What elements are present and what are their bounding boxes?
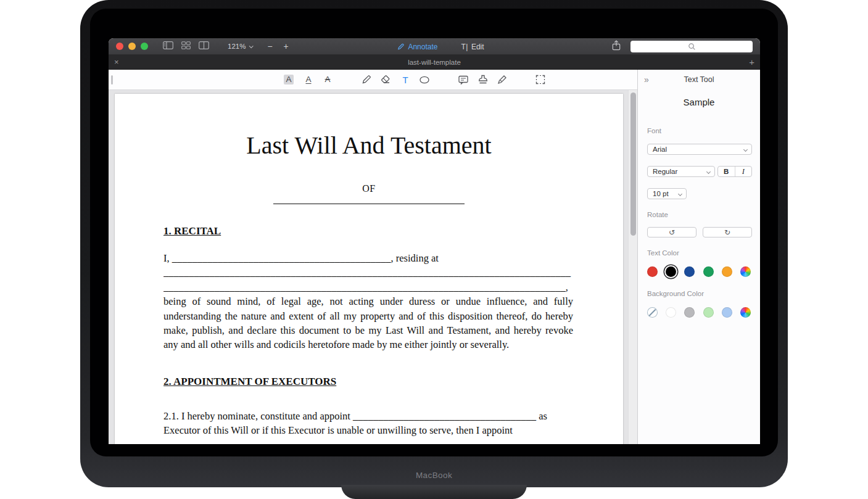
underline-tool-button[interactable]: A xyxy=(301,72,316,87)
eraser-icon xyxy=(379,73,392,86)
note-icon xyxy=(457,73,469,86)
rotate-cw-icon: ↻ xyxy=(724,229,730,236)
underline-icon: A xyxy=(305,75,311,84)
panel-drag-handle[interactable] xyxy=(111,75,113,85)
signature-tool-button[interactable] xyxy=(495,72,510,87)
recital-paragraph: I, _____________________________________… xyxy=(163,251,573,352)
zoom-in-button[interactable]: + xyxy=(284,41,289,51)
scene: 121% − + Annotate T| xyxy=(0,0,868,499)
fill-in-blank-line: ________________________________________… xyxy=(163,265,573,279)
shape-tool-button[interactable] xyxy=(417,72,432,87)
text-color-black-selected[interactable] xyxy=(666,266,676,277)
select-tool-button[interactable] xyxy=(533,72,548,87)
search-input[interactable] xyxy=(630,41,753,52)
bold-button[interactable]: B xyxy=(718,167,735,176)
edit-text-icon: T| xyxy=(461,43,468,51)
editor-column: A A A xyxy=(109,70,638,444)
view-toggle-group xyxy=(163,41,209,52)
rotate-cw-button[interactable]: ↻ xyxy=(703,227,752,237)
macbook-frame: 121% − + Annotate T| xyxy=(80,0,788,487)
background-color-light-green[interactable] xyxy=(703,307,714,318)
tab-edit[interactable]: T| Edit xyxy=(461,43,484,51)
text-color-red[interactable] xyxy=(647,266,658,277)
text-line: being of sound mind, of legal age, not a… xyxy=(163,294,573,308)
mode-switcher: Annotate T| Edit xyxy=(397,38,484,55)
panel-title: Text Tool xyxy=(638,70,760,90)
window-titlebar: 121% − + Annotate T| xyxy=(109,38,760,55)
chevron-down-icon xyxy=(678,191,682,196)
zoom-control: 121% − + xyxy=(228,41,289,51)
app-window: 121% − + Annotate T| xyxy=(109,38,760,444)
zoom-out-button[interactable]: − xyxy=(267,41,272,51)
selection-marquee-icon xyxy=(534,73,547,86)
tab-title[interactable]: last-will-template xyxy=(109,59,760,66)
screen-bezel: 121% − + Annotate T| xyxy=(90,9,778,456)
font-size-select[interactable]: 10 pt xyxy=(647,188,687,199)
background-color-custom-wheel[interactable] xyxy=(740,307,751,318)
background-color-white[interactable] xyxy=(666,307,676,318)
pen-icon xyxy=(360,73,373,86)
document-body: 1. RECITAL I, __________________________… xyxy=(115,225,623,438)
pen-tool-button[interactable] xyxy=(359,72,374,87)
minimize-window-button[interactable] xyxy=(128,43,136,50)
note-tool-button[interactable] xyxy=(456,72,471,87)
main-area: A A A xyxy=(109,70,760,444)
annotate-label: Annotate xyxy=(408,43,437,51)
strikethrough-icon: A xyxy=(324,75,330,84)
text-color-orange[interactable] xyxy=(722,266,732,277)
text-color-custom-wheel[interactable] xyxy=(740,266,751,277)
text-line: Executor of this Will or if this Executo… xyxy=(163,423,573,437)
rotate-ccw-button[interactable]: ↺ xyxy=(647,227,696,237)
document-of-label: OF xyxy=(115,183,623,194)
scrollbar-thumb[interactable] xyxy=(630,93,636,236)
font-preview-sample: Sample xyxy=(638,97,760,107)
titlebar-right-group xyxy=(612,40,753,53)
background-color-gray[interactable] xyxy=(684,307,695,318)
text-tool-panel: » Text Tool Sample Font Arial Regular xyxy=(638,70,760,444)
font-style-select[interactable]: Regular xyxy=(647,166,715,177)
thumbnails-view-icon[interactable] xyxy=(181,41,191,52)
stamp-tool-button[interactable] xyxy=(476,72,490,87)
macbook-label: MacBook xyxy=(80,471,788,480)
section-heading-executors: 2. APPOINTMENT OF EXECUTORS xyxy=(163,376,573,388)
edit-label: Edit xyxy=(471,43,484,51)
background-color-light-blue[interactable] xyxy=(722,307,732,318)
new-tab-button[interactable]: + xyxy=(749,56,754,68)
section-heading-recital: 1. RECITAL xyxy=(163,225,573,237)
scrollbar-track[interactable] xyxy=(628,90,637,444)
eraser-tool-button[interactable] xyxy=(378,72,393,87)
highlight-icon: A xyxy=(284,75,293,85)
sidebar-toggle-icon[interactable] xyxy=(163,41,173,52)
highlight-tool-button[interactable]: A xyxy=(281,72,296,87)
font-family-value: Arial xyxy=(653,146,667,153)
italic-button[interactable]: I xyxy=(735,167,752,176)
background-color-none[interactable] xyxy=(647,307,658,318)
fullscreen-window-button[interactable] xyxy=(141,43,148,50)
chevron-down-icon xyxy=(743,147,748,151)
font-section-label: Font xyxy=(647,127,661,134)
annotate-pen-icon xyxy=(397,43,405,51)
text-line: 2.1. I hereby nominate, constitute and a… xyxy=(163,409,573,423)
background-color-swatches xyxy=(647,307,751,318)
tab-close-button[interactable]: × xyxy=(114,57,119,67)
text-color-blue[interactable] xyxy=(684,266,695,277)
document-viewport[interactable]: Last Will And Testament OF 1. RECITAL I,… xyxy=(109,90,637,444)
annotation-toolbar: A A A xyxy=(109,70,637,90)
document-page[interactable]: Last Will And Testament OF 1. RECITAL I,… xyxy=(115,94,623,444)
text-tool-button[interactable]: T xyxy=(398,72,413,87)
document-title: Last Will And Testament xyxy=(115,131,623,160)
chevron-down-icon xyxy=(706,169,711,173)
panel-header: » Text Tool xyxy=(638,70,760,90)
tab-annotate[interactable]: Annotate xyxy=(397,43,437,51)
zoom-level-dropdown[interactable]: 121% xyxy=(228,43,246,50)
close-window-button[interactable] xyxy=(116,43,123,50)
background-color-section-label: Background Color xyxy=(647,290,704,297)
executors-paragraph: 2.1. I hereby nominate, constitute and a… xyxy=(163,409,573,438)
strikethrough-tool-button[interactable]: A xyxy=(320,72,335,87)
share-icon[interactable] xyxy=(612,40,621,53)
text-color-green[interactable] xyxy=(703,266,714,277)
font-family-select[interactable]: Arial xyxy=(647,144,752,155)
fill-in-blank-line: ________________________________________… xyxy=(163,280,573,294)
two-page-view-icon[interactable] xyxy=(199,41,209,52)
blank-line xyxy=(273,203,465,204)
